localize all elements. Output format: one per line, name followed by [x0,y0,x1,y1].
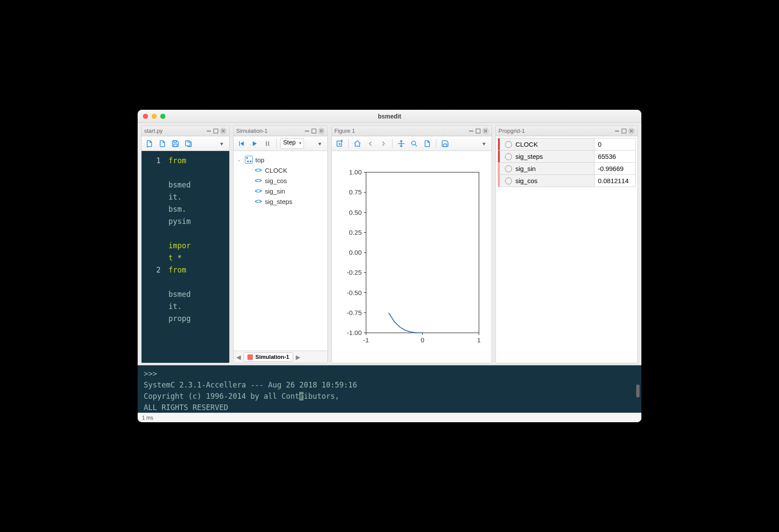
panel-minimize-icon[interactable] [468,128,474,134]
simulation-panel-label: Simulation-1 [236,128,267,134]
signal-icon: <> [254,187,262,195]
back-icon[interactable] [365,138,376,149]
skip-back-icon[interactable] [236,138,247,149]
property-value[interactable]: 65536 [594,151,635,163]
figure-toolbar: ▾ [332,136,492,151]
panel-maximize-icon[interactable] [621,128,627,134]
propgrid-panel: Propgrid-1 ✕ CLOCK0sig_steps65536sig_sin… [495,125,638,363]
home-icon[interactable] [352,138,363,149]
editor-overflow-icon[interactable]: ▾ [216,138,227,149]
window-close-button[interactable] [143,114,148,119]
tree-node-label: top [255,156,264,164]
play-icon[interactable] [249,138,260,149]
code-editor[interactable]: 1 2 from bsmedit.bsm.pysim import *from … [142,151,229,363]
toolbar-separator [276,139,277,148]
zoom-icon[interactable] [409,138,419,149]
tree-node-signal[interactable]: <>sig_cos [236,175,325,186]
figure-canvas[interactable]: -1.00-0.75-0.50-0.250.000.250.500.751.00… [332,151,492,363]
svg-marker-9 [253,141,257,146]
tab-scroll-right-icon[interactable]: ▶ [295,354,301,361]
tree-node-label: sig_sin [265,187,285,195]
property-value[interactable]: 0 [594,138,635,151]
property-row[interactable]: sig_steps65536 [498,151,636,163]
tab-scroll-left-icon[interactable]: ◀ [235,354,242,361]
panel-close-icon[interactable]: ✕ [628,128,635,135]
panel-minimize-icon[interactable] [614,128,620,134]
editor-panel-header: start.py ✕ [142,126,229,136]
line-number-gutter: 1 2 [142,151,166,363]
console[interactable]: >>>SystemC 2.3.1-Accellera --- Aug 26 20… [138,365,641,413]
code-content[interactable]: from bsmedit.bsm.pysim import *from bsme… [166,151,193,363]
subplot-icon[interactable] [422,138,432,149]
save-all-icon[interactable] [183,138,194,149]
property-name: CLOCK [515,141,538,148]
property-row[interactable]: CLOCK0 [498,138,636,151]
property-name: sig_cos [515,177,538,184]
status-bar-indicator [498,138,500,150]
svg-rect-10 [266,141,267,146]
panel-maximize-icon[interactable] [311,128,317,134]
svg-rect-42 [615,130,619,131]
status-bar-indicator [498,163,500,174]
tree-node-label: sig_cos [265,177,287,184]
editor-tab-label[interactable]: start.py [144,128,163,134]
svg-text:0.25: 0.25 [349,229,362,236]
figure-panel: Figure 1 ✕ [331,125,492,363]
new-figure-icon[interactable] [334,138,345,149]
tree-node-top[interactable]: ⌄ top [236,154,325,165]
svg-text:0.50: 0.50 [349,209,362,216]
propgrid-panel-label: Propgrid-1 [498,128,525,134]
panel-close-icon[interactable]: ✕ [482,128,489,135]
radio-icon[interactable] [505,141,512,148]
radio-icon[interactable] [505,153,512,160]
window-minimize-button[interactable] [152,114,157,119]
panel-minimize-icon[interactable] [304,128,310,134]
radio-icon[interactable] [505,165,512,172]
module-icon [245,156,253,164]
pan-icon[interactable] [396,138,406,149]
sim-overflow-icon[interactable]: ▾ [314,138,325,149]
property-row[interactable]: sig_sin-0.99669 [498,163,636,175]
save-icon[interactable] [170,138,181,149]
svg-rect-1 [214,129,218,133]
panel-minimize-icon[interactable] [206,128,212,134]
property-value[interactable]: -0.99669 [594,163,635,175]
window-zoom-button[interactable] [160,114,165,119]
svg-rect-7 [239,141,240,146]
caret-down-icon[interactable]: ⌄ [237,157,242,163]
svg-rect-3 [174,141,176,142]
pause-icon[interactable] [262,138,273,149]
simulation-panel: Simulation-1 ✕ Step ▾ [233,125,328,363]
svg-rect-4 [174,144,177,146]
tree-node-signal[interactable]: <>sig_sin [236,186,325,196]
panel-close-icon[interactable]: ✕ [318,128,325,135]
new-file-icon[interactable] [144,138,155,149]
property-name: sig_sin [515,165,536,172]
console-scrollbar[interactable] [636,384,640,397]
tree-node-signal[interactable]: <>CLOCK [236,165,325,175]
panel-maximize-icon[interactable] [213,128,219,134]
svg-text:0: 0 [421,336,424,344]
radio-icon[interactable] [505,177,512,184]
toolbar-separator [436,139,436,148]
panel-close-icon[interactable]: ✕ [220,128,227,135]
tree-node-label: CLOCK [265,167,287,174]
forward-icon[interactable] [378,138,389,149]
svg-point-15 [412,141,416,145]
svg-rect-13 [476,129,480,133]
property-value[interactable]: 0.0812114 [594,175,635,187]
simulation-tab[interactable]: Simulation-1 [244,352,293,361]
svg-marker-8 [241,141,244,146]
save-figure-icon[interactable] [440,138,450,149]
window-controls [138,114,165,119]
property-row[interactable]: sig_cos0.0812114 [498,175,636,187]
statusbar: 1 ms [138,413,641,422]
step-mode-dropdown[interactable]: Step [280,138,304,149]
svg-text:-1: -1 [363,336,369,344]
toolbar-separator [392,139,393,148]
tree-node-signal[interactable]: <>sig_steps [236,196,325,207]
simulation-tree[interactable]: ⌄ top <>CLOCK<>sig_cos<>sig_sin<>sig_ste… [234,151,327,351]
figure-overflow-icon[interactable]: ▾ [479,138,489,149]
panel-maximize-icon[interactable] [475,128,481,134]
open-file-icon[interactable] [157,138,168,149]
